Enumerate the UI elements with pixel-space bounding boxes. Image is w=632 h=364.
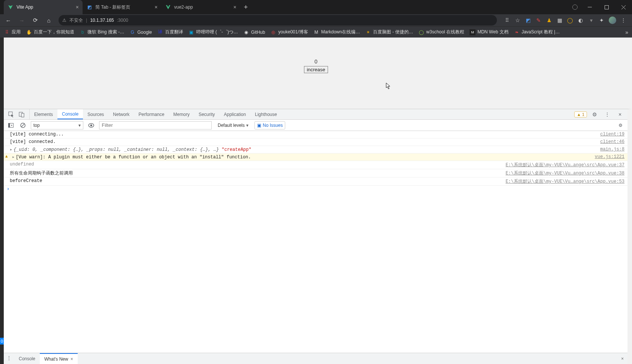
- window-close-button[interactable]: [615, 0, 632, 14]
- bookmark-label: Markdown在线编…: [321, 29, 360, 35]
- window-maximize-button[interactable]: [598, 0, 615, 14]
- translate-icon[interactable]: ⠿: [504, 17, 510, 24]
- tab-lighthouse[interactable]: Lighthouse: [250, 109, 281, 119]
- bookmark-item[interactable]: ◉GitHub: [243, 29, 265, 35]
- baidu-icon: ✋: [26, 29, 32, 35]
- log-source-link[interactable]: vue.js:1221: [591, 154, 624, 159]
- drawer-tab-whatsnew[interactable]: What's New ×: [40, 353, 78, 364]
- separator: |: [86, 18, 87, 23]
- warnings-badge[interactable]: ▲1: [574, 111, 587, 117]
- extension-icon[interactable]: ◩: [525, 17, 531, 24]
- log-source-link[interactable]: client:19: [596, 132, 624, 137]
- tab-network[interactable]: Network: [108, 109, 134, 119]
- tab-elements[interactable]: Elements: [30, 109, 57, 119]
- address-bar[interactable]: ⚠ 不安全 | 10.1.37.165:3000: [59, 15, 497, 26]
- bookmark-item[interactable]: MMDN Web 文档: [469, 29, 508, 35]
- log-row: undefined E:\系统默认\桌面\my-VUE\Vu…ange\src\…: [4, 161, 627, 169]
- extensions-menu-icon[interactable]: ✦: [598, 17, 605, 24]
- console-settings-button[interactable]: ⚙: [616, 121, 624, 129]
- log-message: ▸[Vue warn]: A plugin must either be a f…: [12, 154, 589, 160]
- close-icon[interactable]: ×: [71, 356, 73, 362]
- bookmark-item[interactable]: ◯w3school 在线教程: [418, 29, 464, 35]
- log-levels-selector[interactable]: Default levels ▾: [215, 121, 251, 129]
- bookmarks-overflow-icon[interactable]: »: [625, 29, 628, 35]
- star-icon[interactable]: ☆: [514, 17, 521, 24]
- toolbar: ← → ⟳ ⌂ ⚠ 不安全 | 10.1.37.165:3000 ⠿ ☆ ◩ ✎…: [0, 14, 632, 26]
- profile-avatar[interactable]: [609, 17, 616, 24]
- log-source-link[interactable]: E:\系统默认\桌面\my-VUE\Vu…ange\src\App.vue:53: [502, 178, 624, 185]
- apps-button[interactable]: ⠿应用: [4, 29, 21, 35]
- bookmark-label: 百度翻译: [165, 29, 183, 35]
- bilibili-icon: ▣: [188, 29, 194, 35]
- bookmarks-bar: ⠿应用 ✋百度一下，你就知道 b微软 Bing 搜索 -… GGoogle 译百…: [0, 26, 632, 38]
- log-message: undefined: [10, 162, 500, 167]
- extension-icon[interactable]: ◯: [567, 17, 573, 24]
- log-source-link[interactable]: E:\系统默认\桌面\my-VUE\Vu…ange\src\App.vue:38: [502, 170, 624, 176]
- tab-console[interactable]: Console: [57, 109, 83, 119]
- close-icon[interactable]: ×: [233, 4, 236, 10]
- live-expression-button[interactable]: [87, 121, 95, 129]
- extension-icon[interactable]: ♟: [546, 17, 552, 24]
- tab-security[interactable]: Security: [194, 109, 219, 119]
- profile-indicator-icon[interactable]: [572, 5, 578, 10]
- context-selector[interactable]: top ▾: [31, 121, 83, 129]
- bookmark-item[interactable]: MMarkdown在线编…: [313, 29, 360, 35]
- extension-icon[interactable]: ◐: [577, 17, 584, 24]
- issues-button[interactable]: ▣ No Issues: [254, 121, 285, 129]
- forward-button[interactable]: →: [17, 15, 27, 26]
- bookmark-item[interactable]: ◎youke001/博客: [270, 29, 308, 35]
- log-source-link[interactable]: main.js:8: [596, 147, 624, 152]
- bookmark-item[interactable]: b微软 Bing 搜索 -…: [80, 29, 124, 35]
- close-icon[interactable]: ×: [76, 4, 79, 10]
- google-icon: G: [129, 29, 135, 35]
- vue-devtools-icon[interactable]: ▾: [588, 17, 594, 24]
- expand-icon[interactable]: ▸: [12, 154, 16, 160]
- tab-memory[interactable]: Memory: [169, 109, 194, 119]
- extension-icon[interactable]: ▦: [556, 17, 563, 24]
- log-object[interactable]: {_uid: 0, _component: {…}, _props: null,…: [14, 147, 219, 152]
- context-value: top: [33, 123, 40, 128]
- apps-icon: ⠿: [4, 29, 10, 35]
- browser-tab[interactable]: vue2-app ×: [161, 0, 240, 14]
- device-toggle-button[interactable]: [17, 110, 27, 119]
- reload-button[interactable]: ⟳: [30, 15, 41, 26]
- tab-title: vue2-app: [174, 5, 193, 10]
- tab-sources[interactable]: Sources: [83, 109, 108, 119]
- inspect-element-button[interactable]: [6, 110, 17, 119]
- bookmark-item[interactable]: 译百度翻译: [157, 29, 183, 35]
- browser-tab[interactable]: Vite App ×: [4, 0, 83, 14]
- settings-button[interactable]: ⚙: [589, 110, 600, 119]
- extension-icon[interactable]: ✎: [535, 17, 542, 24]
- drawer-tab-console[interactable]: Console: [14, 353, 40, 364]
- home-button[interactable]: ⌂: [44, 15, 54, 26]
- bookmark-label: w3school 在线教程: [426, 29, 464, 35]
- window-minimize-button[interactable]: [581, 0, 598, 14]
- log-source-link[interactable]: E:\系统默认\桌面\my-VUE\Vu…ange\src\App.vue:37: [502, 162, 624, 168]
- log-source-link[interactable]: client:46: [596, 139, 624, 144]
- log-message: ▸{_uid: 0, _component: {…}, _props: null…: [10, 147, 594, 152]
- devtools-close-button[interactable]: ×: [615, 110, 625, 119]
- drawer-close-button[interactable]: ×: [617, 353, 627, 364]
- bookmark-item[interactable]: ✋百度一下，你就知道: [26, 29, 74, 35]
- console-sidebar-toggle[interactable]: [7, 121, 15, 129]
- filter-input[interactable]: [99, 121, 212, 129]
- increase-button[interactable]: increase: [304, 66, 328, 73]
- translate-icon: 译: [157, 29, 163, 35]
- bookmark-item[interactable]: ❧JavaScript 教程 |…: [514, 29, 560, 35]
- new-tab-button[interactable]: +: [240, 0, 251, 14]
- tab-performance[interactable]: Performance: [134, 109, 169, 119]
- browser-tab[interactable]: ◩ 简 Tab - 新标签页 ×: [83, 0, 161, 14]
- close-icon[interactable]: ×: [155, 4, 158, 10]
- more-menu-button[interactable]: ⋮: [602, 110, 612, 119]
- clear-console-button[interactable]: [19, 121, 27, 129]
- bookmark-item[interactable]: GGoogle: [129, 29, 152, 35]
- menu-icon[interactable]: ⋮: [620, 17, 627, 24]
- tab-application[interactable]: Application: [220, 109, 251, 119]
- back-button[interactable]: ←: [3, 15, 14, 26]
- bookmark-item[interactable]: ✴百度脑图 - 便捷的…: [365, 29, 413, 35]
- js-icon: ❧: [514, 29, 520, 35]
- drawer-menu-button[interactable]: ⋮: [4, 353, 14, 363]
- bookmark-item[interactable]: ▣哔哩哔哩 (゜-゜)つ…: [188, 29, 238, 35]
- expand-icon[interactable]: ▸: [10, 147, 14, 152]
- console-prompt[interactable]: ›: [4, 186, 627, 193]
